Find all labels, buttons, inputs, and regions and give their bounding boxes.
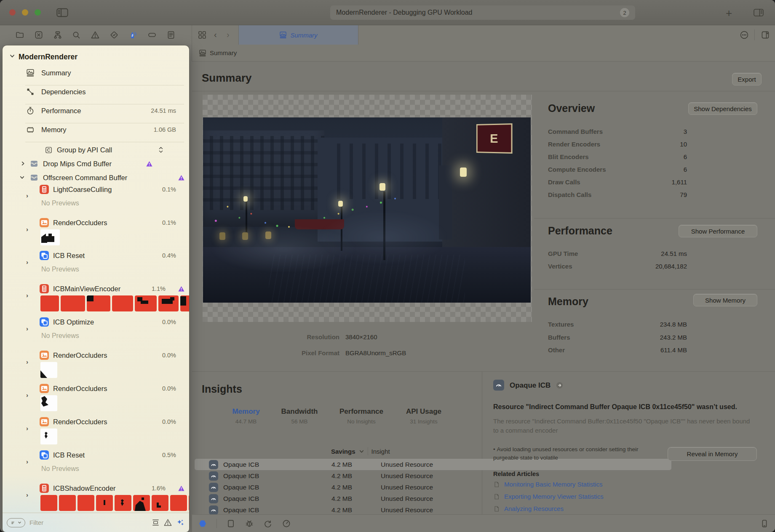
insights-tab-api-usage[interactable]: API Usage 31 Insights [398, 407, 449, 425]
stepper-icon[interactable] [158, 146, 164, 154]
insights-tab-bandwidth[interactable]: Bandwidth 56 MB [276, 407, 323, 425]
sidebar-encoder-icb-reset[interactable]: ICB Reset 0.4% [3, 249, 189, 262]
breadcrumb-item[interactable]: Summary [210, 49, 237, 56]
compute-encoder-icon [40, 484, 49, 493]
tab-overview-grid-icon[interactable] [198, 30, 207, 40]
navigator-icon-bar [0, 25, 192, 45]
sidebar-toggle-icon[interactable] [56, 7, 69, 18]
back-icon[interactable]: ‹ [214, 30, 217, 40]
search-navigator-icon[interactable] [72, 30, 81, 40]
render-encoder-icon [40, 351, 49, 360]
chevron-right-icon[interactable]: › [26, 325, 28, 332]
chevron-right-icon[interactable]: › [26, 391, 28, 399]
issue-navigator-icon[interactable] [91, 30, 100, 40]
filter-input[interactable] [29, 519, 148, 527]
chevron-right-icon[interactable]: › [26, 358, 28, 365]
show-dependencies-button[interactable]: Show Dependencies [688, 102, 757, 115]
performance-gauge-icon[interactable] [282, 519, 291, 528]
render-preview-thumbnails[interactable] [40, 295, 189, 311]
render-preview-thumbnail[interactable] [40, 229, 60, 245]
sidebar-encoder-icbmainviewencoder[interactable]: ICBMainViewEncoder 1.1% [3, 282, 189, 295]
view-frame-icon[interactable] [226, 519, 235, 528]
window-title-pill[interactable]: ModernRenderer - Debugging GPU Workload … [330, 5, 635, 20]
related-link[interactable]: Monitoring Basic Memory Statistics [493, 481, 602, 488]
reveal-in-memory-button[interactable]: Reveal in Memory [668, 447, 757, 461]
warning-icon [178, 174, 185, 181]
performance-title: Performance [548, 225, 612, 237]
ai-sparkles-icon[interactable] [176, 518, 185, 527]
forward-icon[interactable]: › [227, 30, 230, 40]
add-editor-icon[interactable] [761, 30, 770, 40]
sidebar-encoder-icb-optimize[interactable]: ICB Optimize 0.0% [3, 316, 189, 328]
close-window-button[interactable] [9, 9, 16, 16]
sort-dropdown[interactable]: Savings [331, 448, 355, 455]
hierarchy-navigator-icon[interactable] [53, 30, 62, 40]
gpu-frame-preview-image[interactable]: E [203, 117, 531, 303]
flatten-hierarchy-icon[interactable] [151, 518, 160, 527]
export-button[interactable]: Export [732, 73, 762, 85]
sidebar-root-row[interactable]: ModernRenderer [3, 51, 189, 63]
sidebar-encoder-renderoccluders[interactable]: RenderOccluders 0.0% [3, 382, 189, 395]
sidebar-encoder-renderoccluders[interactable]: RenderOccluders 0.0% [3, 349, 189, 362]
split-editor-icon[interactable] [753, 8, 764, 18]
insights-tab-performance[interactable]: Performance No Insights [332, 407, 391, 425]
overview-row: Draw Calls1,611 [548, 178, 687, 186]
sidebar-encoder-lightcoarseculling[interactable]: LightCoarseCulling 0.1% [3, 183, 189, 196]
test-navigator-icon[interactable] [110, 30, 119, 40]
related-articles-title: Related Articles [493, 471, 539, 477]
replay-icon[interactable] [263, 519, 273, 528]
render-preview-thumbnail[interactable] [40, 428, 57, 444]
sidebar-drop-mips-cmd-buffer[interactable]: Drop Mips Cmd Buffer [3, 157, 189, 170]
sidebar-encoder-renderoccluders[interactable]: RenderOccluders 0.0% [3, 415, 189, 428]
sidebar-item-dependencies[interactable]: Dependencies [3, 85, 189, 98]
render-preview-thumbnail[interactable] [40, 395, 57, 411]
chevron-right-icon[interactable]: › [26, 226, 28, 233]
filter-options-icon[interactable] [7, 518, 25, 527]
go-to-resource-icon[interactable] [556, 381, 564, 389]
render-encoder-icon [40, 417, 49, 426]
minimize-window-button[interactable] [22, 9, 28, 16]
tabbar-separator [754, 29, 755, 40]
chevron-right-icon[interactable]: › [26, 425, 28, 432]
render-preview-thumbnails[interactable] [40, 495, 189, 511]
more-options-icon[interactable] [740, 30, 749, 40]
chevron-right-icon[interactable]: › [26, 491, 28, 498]
sidebar-group-by-api-call[interactable]: Group by API Call [3, 144, 189, 156]
zoom-window-button[interactable] [35, 9, 41, 16]
tab-summary[interactable]: Summary [238, 25, 358, 45]
debug-navigator-icon[interactable] [128, 30, 138, 40]
sidebar-encoder-icbshadowencoder[interactable]: ICBShadowEncoder 1.6% [3, 482, 189, 495]
detail-body: The resource "Indirect Command Buffer:0x… [493, 417, 754, 435]
chevron-right-icon[interactable]: › [26, 458, 28, 465]
gpu-frame-navigator-icon[interactable] [34, 30, 43, 40]
related-link[interactable]: Analyzing Resources [493, 505, 564, 512]
filter-warnings-icon[interactable] [163, 518, 172, 527]
chevron-right-icon[interactable]: › [26, 292, 28, 299]
show-performance-button[interactable]: Show Performance [679, 225, 757, 237]
render-preview-thumbnail[interactable] [40, 362, 57, 378]
chevron-right-icon[interactable] [20, 161, 26, 166]
insights-tab-memory[interactable]: Memory 44.7 MB [225, 407, 267, 425]
related-link[interactable]: Exporting Memory Viewer Statistics [493, 493, 604, 500]
metal-capture-icon[interactable] [198, 519, 207, 528]
project-navigator-icon[interactable] [15, 30, 24, 40]
chevron-down-icon[interactable] [359, 449, 364, 454]
sidebar-item-performance[interactable]: Performance 24.51 ms [3, 104, 189, 117]
sidebar-encoder-icb-reset[interactable]: ICB Reset 0.5% [3, 449, 189, 461]
chevron-down-icon[interactable] [19, 175, 25, 180]
no-previews-label: No Previews [41, 332, 79, 340]
chevron-right-icon[interactable]: › [26, 258, 28, 266]
show-memory-button[interactable]: Show Memory [693, 294, 757, 306]
sidebar-offscreen-command-buffer[interactable]: Offscreen Command Buffer [3, 171, 189, 184]
chevron-right-icon[interactable]: › [26, 192, 28, 199]
new-tab-button[interactable]: + [726, 7, 732, 20]
device-icon[interactable] [760, 519, 769, 528]
sidebar-item-summary[interactable]: Summary [3, 66, 189, 79]
debug-bug-icon[interactable] [245, 519, 254, 528]
breakpoint-navigator-icon[interactable] [147, 30, 157, 40]
compute-encoder-icon [40, 284, 49, 293]
memory-row: Buffers243.2 MB [548, 334, 687, 341]
report-navigator-icon[interactable] [166, 30, 176, 40]
sidebar-encoder-renderoccluders[interactable]: RenderOccluders 0.1% [3, 216, 189, 229]
sidebar-item-memory[interactable]: Memory 1.06 GB [3, 123, 189, 136]
